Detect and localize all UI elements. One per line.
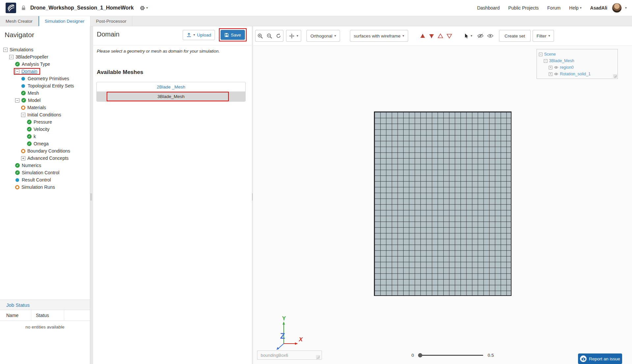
tree-item-pressure[interactable]: ✓Pressure (0, 118, 90, 126)
nav-link-forum[interactable]: Forum (547, 5, 561, 11)
collapse-icon[interactable]: − (9, 55, 13, 59)
clip-plane-icon-1[interactable] (419, 33, 426, 39)
tree-item-label: 3BladePropeller (15, 54, 48, 60)
nav-link-public-projects[interactable]: Public Projects (508, 5, 539, 11)
tree-item-simulations[interactable]: −Simulations (0, 46, 90, 53)
scene-item-label: 3Blade_Mesh (549, 59, 574, 63)
divider (93, 45, 252, 45)
tree-item-simulation-control[interactable]: ✓Simulation Control (0, 169, 90, 176)
tree-item-label: Topological Entity Sets (28, 83, 74, 88)
collapse-icon[interactable]: − (15, 69, 19, 74)
expand-icon[interactable]: + (549, 66, 552, 69)
tree-item-model[interactable]: −✓Model (0, 97, 90, 104)
report-issue-label: Report an issue (589, 356, 620, 361)
clip-plane-icon-2[interactable] (428, 33, 435, 39)
tree-item-advanced-concepts[interactable]: +Advanced Concepts (0, 155, 90, 162)
clip-plane-icon-4[interactable] (446, 33, 453, 39)
viewer-canvas[interactable]: −Scene−3Blade_Mesh+region0+Rotation_soli… (253, 46, 632, 364)
tree-item-topological-entity-sets[interactable]: Topological Entity Sets (0, 82, 90, 89)
project-settings-button[interactable]: ▾ (140, 5, 148, 11)
tree-item-mesh[interactable]: ✓Mesh (0, 89, 90, 97)
account-chevron-down-icon[interactable]: ▾ (625, 6, 627, 10)
nav-link-help[interactable]: Help▾ (569, 5, 582, 11)
refresh-view-button[interactable] (274, 30, 283, 41)
tree-item-geometry-primitives[interactable]: Geometry Primitives (0, 75, 90, 82)
username[interactable]: AsadAli (590, 5, 607, 11)
zoom-in-button[interactable] (255, 30, 265, 41)
job-status-title: Job Status (6, 302, 30, 308)
render-mode-dropdown[interactable]: surfaces with wireframe ▾ (350, 30, 408, 42)
tab-mesh-creator[interactable]: Mesh Creator (0, 16, 39, 26)
tree-item-materials[interactable]: Materials (0, 104, 90, 111)
collapse-icon[interactable]: − (539, 53, 542, 56)
tree-item-k[interactable]: ✓k (0, 133, 90, 140)
tab-post-processor[interactable]: Post-Processor (91, 16, 132, 26)
slider-track[interactable] (419, 355, 483, 356)
collapse-icon[interactable]: − (3, 48, 8, 52)
tree-row-content: Result Control (15, 177, 51, 182)
tree-row-content: ✓Numerics (15, 163, 41, 168)
tutorial-highlight-save: Save (219, 28, 247, 41)
show-all-button[interactable] (486, 30, 495, 41)
workspace-tabbar: Mesh CreatorSimulation DesignerPost-Proc… (0, 16, 632, 26)
mesh-option-3blade-mesh[interactable]: 3Blade_Mesh (97, 92, 245, 101)
collapse-icon[interactable]: − (15, 98, 19, 103)
projection-dropdown[interactable]: Orthogonal ▾ (306, 30, 340, 42)
splitter-left[interactable] (90, 26, 93, 364)
pan-icon (289, 33, 295, 39)
tree-item-3bladepropeller[interactable]: −3BladePropeller (0, 53, 90, 61)
collapse-icon[interactable]: − (544, 59, 547, 63)
tree-item-analysis-type[interactable]: ✓Analysis Type (0, 61, 90, 68)
tab-simulation-designer[interactable]: Simulation Designer (39, 16, 91, 26)
mesh-viewport-grid[interactable] (374, 111, 512, 296)
simscale-logo[interactable] (6, 3, 16, 13)
tree-row-content: ✓k (27, 134, 36, 139)
ring-status-icon (15, 185, 19, 189)
save-button[interactable]: Save (221, 30, 245, 40)
cursor-icon (464, 33, 469, 39)
scene-item-3blade-mesh[interactable]: −3Blade_Mesh (539, 58, 616, 64)
upload-button[interactable]: ▾ Upload (183, 30, 215, 40)
filter-dropdown[interactable]: Filter ▾ (533, 30, 554, 42)
mesh-option-2blade-mesh[interactable]: 2Blade _Mesh (97, 82, 245, 92)
tree-item-label: Result Control (22, 177, 51, 182)
tree-item-result-control[interactable]: Result Control (0, 176, 90, 183)
panel-actions: ▾ Upload Save (183, 28, 247, 41)
pan-tool-button[interactable]: ▾ (286, 30, 301, 42)
select-tool-button[interactable]: ▾ (461, 30, 475, 42)
check-status-icon: ✓ (15, 163, 20, 168)
scene-item-rotation-solid-1[interactable]: +Rotation_solid_1 (539, 71, 616, 77)
tree-item-label: Geometry Primitives (28, 76, 69, 81)
tree-item-domain[interactable]: −Domain (0, 68, 90, 75)
bounding-box-input[interactable] (257, 351, 322, 360)
tree-item-initial-conditions[interactable]: −Initial Conditions (0, 111, 90, 118)
visibility-eye-icon[interactable] (554, 66, 558, 69)
scene-item-scene[interactable]: −Scene (539, 51, 616, 58)
tree-item-velocity[interactable]: ✓Velocity (0, 126, 90, 133)
nav-link-dashboard[interactable]: Dashboard (477, 5, 500, 11)
refresh-icon (276, 33, 281, 38)
expand-icon[interactable]: + (21, 156, 25, 160)
tree-item-omega[interactable]: ✓Omega (0, 140, 90, 147)
select-chevron-icon: ▾ (471, 34, 472, 37)
hide-selected-button[interactable] (476, 30, 485, 41)
avatar[interactable] (612, 3, 622, 13)
slider-handle[interactable] (418, 353, 422, 357)
ring-status-icon (21, 149, 25, 153)
report-issue-button[interactable]: Report an issue (578, 353, 622, 364)
create-set-button[interactable]: Create set (499, 30, 531, 42)
expand-icon[interactable]: + (549, 72, 552, 76)
scene-tree-overlay: −Scene−3Blade_Mesh+region0+Rotation_soli… (537, 49, 618, 79)
scene-item-region0[interactable]: +region0 (539, 64, 616, 71)
tree-item-simulation-runs[interactable]: Simulation Runs (0, 183, 90, 191)
visibility-eye-icon[interactable] (554, 72, 558, 76)
zoom-out-button[interactable] (265, 30, 274, 41)
clip-plane-icon-3[interactable] (437, 33, 444, 39)
tree-item-numerics[interactable]: ✓Numerics (0, 162, 90, 169)
projection-label: Orthogonal (310, 34, 332, 38)
tree-item-boundary-conditions[interactable]: Boundary Conditions (0, 147, 90, 155)
upload-icon (187, 33, 191, 37)
splitter-grip (91, 193, 92, 201)
tree-row-content: −3BladePropeller (9, 54, 48, 60)
collapse-icon[interactable]: − (21, 113, 25, 117)
